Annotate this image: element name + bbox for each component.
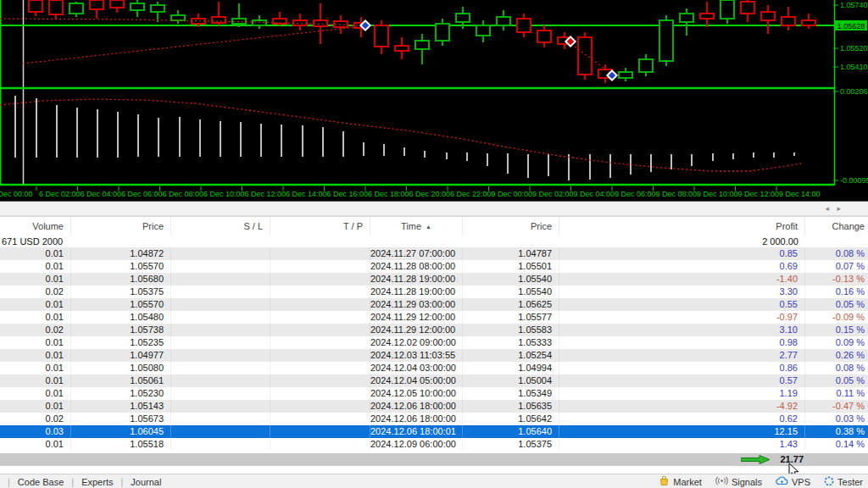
table-row[interactable]: 0.011.050612024.12.04 05:00:001.050040.5… [0, 374, 868, 387]
cell-s-l [171, 362, 270, 374]
cell-t-p [270, 273, 370, 286]
candle-body [192, 19, 205, 24]
cell-s-l [171, 298, 270, 311]
table-row[interactable]: 0.011.049772024.12.03 11:03:551.052542.7… [0, 349, 868, 362]
cell-volume: 0.01 [0, 374, 71, 387]
cell-change: 0.15 % [805, 324, 868, 336]
table-row[interactable]: 0.011.056802024.11.28 19:00:001.05540-1.… [0, 273, 868, 286]
cell-t-p [270, 349, 370, 362]
status-item-tester[interactable]: Tester [824, 476, 863, 488]
candle-body [395, 46, 409, 51]
table-row[interactable]: 0.011.055702024.11.29 03:00:001.056250.5… [0, 298, 868, 311]
status-item-vps[interactable]: VPS [776, 476, 810, 487]
cell-time: 2024.12.03 11:03:55 [370, 349, 463, 362]
table-row[interactable]: 0.011.050802024.12.04 03:00:001.049940.8… [0, 362, 868, 374]
cell-s-l [171, 273, 270, 286]
status-bar: | Code Base|Experts|Journal MarketSignal… [0, 474, 868, 488]
status-item-label: Tester [837, 477, 863, 487]
balance-row[interactable]: 671 USD 2000 2 000.00 [0, 236, 868, 247]
cell-price: 1.04977 [71, 349, 171, 362]
cell-t-p [270, 286, 370, 298]
hscroll-left-icon[interactable]: ◂ [825, 202, 829, 214]
table-row[interactable]: 0.021.056732024.12.06 18:00:001.056420.6… [0, 413, 868, 425]
chart-canvas[interactable]: 1.057401.055201.054100.002062-0.0009571.… [0, 0, 868, 201]
cell-s-l [171, 374, 270, 387]
cell-change: 0.05 % [805, 374, 868, 387]
cell-s-l [171, 247, 270, 260]
candle-body [639, 59, 653, 72]
cell-volume: 0.01 [0, 311, 71, 324]
cell-t-p [270, 336, 370, 349]
status-item-market[interactable]: Market [659, 475, 702, 488]
column-header-t-p[interactable]: T / P [270, 217, 370, 236]
tester-icon [824, 476, 837, 488]
column-header-volume[interactable]: Volume [0, 217, 71, 236]
cell-s-l [171, 260, 270, 273]
hscroll-right-icon[interactable]: ▸ [837, 202, 841, 214]
candle-body [659, 20, 673, 61]
candle-body [537, 30, 551, 42]
column-header-change[interactable]: Change [805, 217, 868, 236]
column-header-profit[interactable]: Profit [559, 217, 805, 236]
cell-change: 0.07 % [805, 260, 868, 273]
table-row[interactable]: 0.011.055702024.11.28 08:00:001.055010.6… [0, 260, 868, 273]
candle-body [90, 0, 103, 9]
cell-change: -0.13 % [805, 273, 868, 286]
time-axis-label: 9 Dec 04:00 [574, 190, 615, 198]
cell-price: 1.05583 [463, 324, 559, 336]
cell-time: 2024.11.29 12:00:00 [370, 311, 463, 324]
time-axis-label: 9 Dec 02:00 [532, 190, 574, 198]
candle-body [314, 20, 327, 26]
tab-experts[interactable]: Experts [81, 477, 113, 487]
table-row[interactable]: 0.021.053752024.11.28 19:00:001.055403.3… [0, 286, 868, 298]
tab-code-base[interactable]: Code Base [18, 477, 64, 487]
table-row[interactable]: 0.011.052302024.12.05 10:00:001.053491.1… [0, 387, 868, 400]
column-header-s-l[interactable]: S / L [171, 217, 270, 236]
status-item-label: Market [673, 477, 702, 487]
table-row[interactable]: 0.021.057382024.11.29 12:00:001.055833.1… [0, 324, 868, 336]
status-item-signals[interactable]: Signals [715, 476, 762, 487]
table-row-selected[interactable]: 0.031.060452024.12.06 18:00:011.0564012.… [0, 425, 868, 438]
candle-body [70, 3, 83, 14]
tab-journal[interactable]: Journal [131, 477, 161, 487]
cell-change: 0.14 % [805, 438, 868, 451]
cell-volume: 0.02 [0, 324, 71, 336]
time-axis-label: 6 Dec 04:00 [81, 190, 122, 198]
time-axis-label: 6 Dec 12:00 [245, 190, 287, 198]
cell-profit: 0.55 [559, 298, 805, 311]
table-row[interactable]: 0.011.054802024.11.29 12:00:001.05577-0.… [0, 311, 868, 324]
column-header-price[interactable]: Price [71, 217, 171, 236]
cell-time: 2024.11.27 07:00:00 [370, 247, 463, 260]
price-chart[interactable]: 1.057401.055201.054100.002062-0.0009571.… [0, 0, 868, 202]
cell-time: 2024.12.04 05:00:00 [370, 374, 463, 387]
table-row[interactable]: 0.011.048722024.11.27 07:00:001.047870.8… [0, 247, 868, 260]
candle-body [782, 17, 795, 25]
table-row[interactable]: 0.011.052352024.12.02 09:00:001.053330.9… [0, 336, 868, 349]
cell-profit: 0.98 [559, 336, 805, 349]
cell-time: 2024.11.28 19:00:00 [370, 286, 463, 298]
time-axis-label: 9 Dec 06:00 [615, 190, 656, 198]
time-axis-label: 9 Dec 12:00 [738, 190, 780, 198]
candle-body [700, 14, 714, 19]
candle-body [375, 25, 388, 47]
horizontal-scrollbar[interactable]: ◂ ▸ [0, 202, 868, 216]
cell-price: 1.05333 [463, 336, 559, 349]
signals-icon [715, 476, 732, 487]
cell-time: 2024.11.28 19:00:00 [370, 273, 463, 286]
time-axis-label: 9 Dec 10:00 [697, 190, 738, 198]
cell-change: 0.03 % [805, 413, 868, 425]
cell-volume: 0.03 [0, 425, 71, 438]
cell-volume: 0.01 [0, 247, 71, 260]
time-axis-label: 6 Dec 14:00 [286, 190, 327, 198]
cell-time: 2024.11.29 03:00:00 [370, 298, 463, 311]
column-header-time[interactable]: Time▲ [370, 217, 463, 236]
candle-body [29, 0, 42, 12]
cell-price: 1.05235 [71, 336, 171, 349]
table-row[interactable]: 0.011.055182024.12.09 06:00:001.053751.4… [0, 438, 868, 451]
cell-s-l [171, 413, 270, 425]
table-row[interactable]: 0.011.051432024.12.06 18:00:001.05635-4.… [0, 400, 868, 413]
time-axis-label: 6 Dec 22:00 [450, 190, 492, 198]
column-header-price[interactable]: Price [463, 217, 559, 236]
cell-price: 1.05570 [71, 260, 171, 273]
cell-t-p [270, 425, 370, 438]
